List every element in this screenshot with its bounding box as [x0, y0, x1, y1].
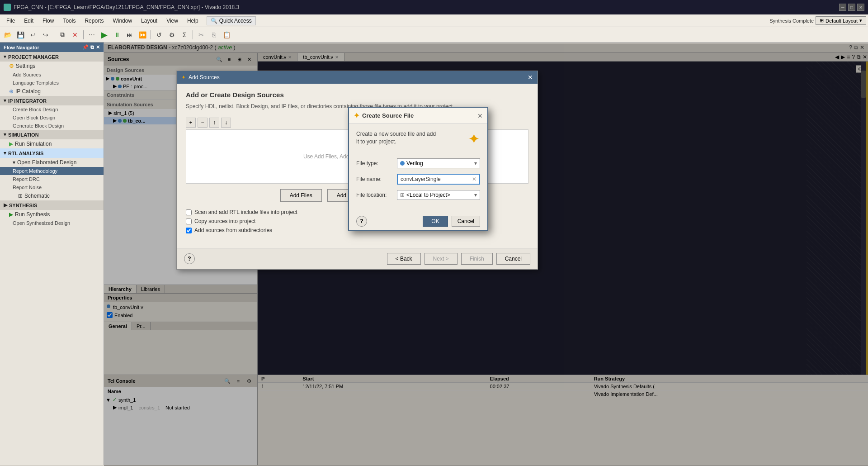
flow-nav-controls[interactable]: 📌 ⧉ ✕	[82, 44, 100, 50]
menu-flow[interactable]: Flow	[38, 16, 58, 26]
undo-button[interactable]: ↩	[27, 29, 39, 41]
nav-report-methodology[interactable]: Report Methodology	[0, 167, 104, 175]
copy2-button[interactable]: ⎘	[208, 29, 220, 41]
menu-window[interactable]: Window	[108, 16, 137, 26]
pin-icon[interactable]: 📌	[82, 44, 89, 50]
pause-button[interactable]: ⏸	[111, 29, 123, 41]
copy-button[interactable]: ⧉	[57, 29, 68, 41]
title-bar-left: FPGA_CNN - [E:/FPGA_Learn/FPGA/Day1211/F…	[4, 4, 239, 11]
checkbox-label-2: Copy sources into project	[194, 218, 255, 224]
sigma-button[interactable]: Σ	[179, 29, 190, 41]
section-ip-integrator[interactable]: ▾ IP INTEGRATOR	[0, 96, 104, 105]
run-icon: ▶	[9, 141, 13, 147]
file-type-field: File type: Verilog ▾	[356, 158, 480, 168]
section-simulation[interactable]: ▾ SIMULATION	[0, 130, 104, 139]
modal-help-button[interactable]: ?	[184, 253, 195, 264]
quick-access[interactable]: 🔍 Quick Access	[207, 16, 256, 25]
copy-sources-checkbox[interactable]	[186, 219, 192, 224]
modal-title: Add Sources	[189, 74, 220, 81]
refresh-button[interactable]: ↺	[153, 29, 165, 41]
open-button[interactable]: 📂	[2, 29, 14, 41]
nav-open-synthesized-design[interactable]: Open Synthesized Design	[0, 219, 104, 227]
menu-tools[interactable]: Tools	[58, 16, 80, 26]
step-over-button[interactable]: ⏩	[137, 29, 148, 41]
csd-body: Create a new source file and add it to y…	[349, 124, 487, 212]
section-synthesis[interactable]: ▶ SYNTHESIS	[0, 200, 104, 210]
save-button[interactable]: 💾	[14, 29, 26, 41]
float-icon[interactable]: ⧉	[90, 44, 94, 50]
move-down-btn[interactable]: ↓	[221, 118, 231, 128]
file-name-label: File name:	[356, 176, 397, 182]
nav-label: IP Catalog	[15, 88, 41, 95]
menu-view[interactable]: View	[162, 16, 183, 26]
clear-icon[interactable]: ✕	[472, 176, 476, 182]
csd-cancel-button[interactable]: Cancel	[452, 216, 480, 227]
section-label: SYNTHESIS	[9, 203, 37, 208]
menu-file[interactable]: File	[2, 16, 19, 26]
file-type-dropdown[interactable]: Verilog ▾	[397, 158, 480, 168]
verilog-dot	[400, 161, 405, 166]
nav-settings[interactable]: ⚙ Settings	[0, 62, 104, 71]
redo-button[interactable]: ↪	[40, 29, 52, 41]
step-button[interactable]: ⏭	[124, 29, 136, 41]
add-subdirs-checkbox[interactable]	[186, 228, 192, 233]
settings-button[interactable]: ⚙	[166, 29, 178, 41]
move-up-btn[interactable]: ↑	[209, 118, 219, 128]
nav-ip-catalog[interactable]: ⊕ IP Catalog	[0, 87, 104, 96]
menu-help[interactable]: Help	[183, 16, 203, 26]
minimize-button[interactable]: ─	[839, 4, 846, 11]
scan-rtl-checkbox[interactable]	[186, 209, 192, 215]
nav-report-drc[interactable]: Report DRC	[0, 175, 104, 183]
next-button[interactable]: Next >	[425, 253, 458, 265]
nav-language-templates[interactable]: Language Templates	[0, 79, 104, 87]
layout-dropdown[interactable]: ⊞ Default Layout ▾	[816, 16, 866, 25]
modal-header-icon: ✦	[181, 74, 186, 81]
ellipsis-button[interactable]: ⋯	[86, 29, 98, 41]
nav-add-sources[interactable]: Add Sources	[0, 71, 104, 79]
add-files-button[interactable]: Add Files	[280, 189, 322, 202]
file-name-input-wrapper[interactable]: convLayerSingle ✕	[397, 174, 480, 185]
maximize-button[interactable]: □	[848, 4, 855, 11]
menu-layout[interactable]: Layout	[137, 16, 162, 26]
nav-open-elaborated[interactable]: ▾ Open Elaborated Design	[0, 158, 104, 167]
section-project-manager[interactable]: ▾ PROJECT MANAGER	[0, 52, 104, 62]
close-nav-icon[interactable]: ✕	[96, 44, 100, 50]
nav-open-block-design[interactable]: Open Block Design	[0, 114, 104, 122]
run-button[interactable]: ▶	[99, 29, 110, 41]
nav-run-synthesis[interactable]: ▶ Run Synthesis	[0, 210, 104, 219]
cut-button[interactable]: ✂	[195, 29, 207, 41]
dropdown-arrow-icon: ▾	[474, 160, 477, 166]
close-x-button[interactable]: ✕	[69, 29, 81, 41]
menu-reports[interactable]: Reports	[80, 16, 108, 26]
back-button[interactable]: < Back	[387, 253, 421, 265]
file-location-dropdown[interactable]: ⊞ <Local to Project> ▾	[397, 190, 480, 200]
nav-label: Settings	[16, 63, 35, 69]
nav-report-noise[interactable]: Report Noise	[0, 183, 104, 191]
section-rtl-analysis[interactable]: ▾ RTL ANALYSIS	[0, 148, 104, 158]
nav-label: Run Simulation	[15, 141, 52, 147]
nav-label: Run Synthesis	[15, 211, 50, 218]
chevron-down-icon: ▾	[859, 18, 862, 24]
collapse-icon: ▾	[4, 54, 6, 60]
menu-edit[interactable]: Edit	[19, 16, 38, 26]
nav-create-block-design[interactable]: Create Block Design	[0, 105, 104, 114]
csd-ok-button[interactable]: OK	[423, 216, 448, 227]
location-arrow-icon: ▾	[474, 192, 477, 198]
add-file-btn[interactable]: +	[186, 118, 196, 128]
nav-schematic[interactable]: ⊞ Schematic	[0, 191, 104, 200]
close-button[interactable]: ✕	[857, 4, 864, 11]
cancel-button[interactable]: Cancel	[496, 253, 530, 265]
csd-close-button[interactable]: ✕	[477, 112, 483, 119]
modal-close-button[interactable]: ✕	[528, 74, 533, 81]
csd-title-text: Create Source File	[362, 112, 414, 119]
file-type-control: Verilog ▾	[397, 158, 480, 168]
nav-run-simulation[interactable]: ▶ Run Simulation	[0, 139, 104, 148]
remove-file-btn[interactable]: −	[198, 118, 208, 128]
checkbox-label-1: Scan and add RTL include files into proj…	[194, 209, 297, 215]
finish-button[interactable]: Finish	[461, 253, 493, 265]
window-controls[interactable]: ─ □ ✕	[839, 4, 864, 11]
run-synth-icon: ▶	[9, 211, 13, 218]
nav-generate-block-design[interactable]: Generate Block Design	[0, 122, 104, 130]
paste-button[interactable]: 📋	[221, 29, 232, 41]
csd-help-button[interactable]: ?	[356, 216, 367, 227]
